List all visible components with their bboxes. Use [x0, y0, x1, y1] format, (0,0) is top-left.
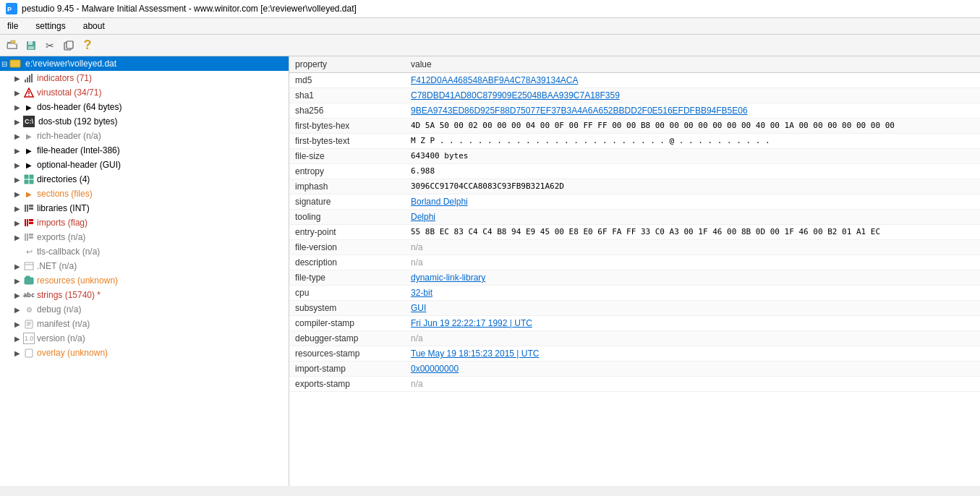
- tree-item-file-header[interactable]: ▶ file-header (Intel-386): [0, 143, 289, 158]
- arrow-virustotal: [14, 89, 23, 97]
- overlay-icon: [23, 347, 35, 359]
- prop-value[interactable]: dynamic-link-library: [405, 270, 980, 286]
- net-icon: [23, 260, 35, 272]
- tree-item-sections[interactable]: ▶ sections (files): [0, 187, 289, 201]
- arrow-indicators: [14, 74, 23, 82]
- prop-value[interactable]: F412D0AA468548ABF9A4C78A39134ACA: [405, 73, 980, 88]
- tree-item-libraries[interactable]: libraries (INT): [0, 201, 289, 215]
- prop-name: file-size: [289, 149, 405, 164]
- prop-value[interactable]: 9BEA9743ED86D925F88D75077EF37B3A4A6A652B…: [405, 103, 980, 119]
- menu-bar: file settings about: [0, 18, 980, 35]
- arrow-overlay: [14, 349, 23, 357]
- help-button[interactable]: ?: [80, 38, 95, 54]
- menu-settings[interactable]: settings: [31, 20, 69, 33]
- prop-name: first-bytes-hex: [289, 119, 405, 134]
- prop-name: exports-stamp: [289, 377, 405, 392]
- table-row: md5F412D0AA468548ABF9A4C78A39134ACA: [289, 73, 980, 88]
- tree-item-net[interactable]: .NET (n/a): [0, 259, 289, 273]
- svg-rect-27: [29, 208, 33, 210]
- manifest-label: manifest (n/a): [37, 319, 90, 329]
- tree-item-indicators[interactable]: indicators (71): [0, 71, 289, 85]
- tree-item-debug[interactable]: ⚙ debug (n/a): [0, 302, 289, 317]
- tree-item-imports[interactable]: imports (flag): [0, 215, 289, 230]
- prop-link[interactable]: C78DBD41AD80C879909E25048BAA939C7A18F359: [411, 90, 620, 101]
- tree-item-rich-header[interactable]: ▶ rich-header (n/a): [0, 129, 289, 143]
- svg-rect-33: [27, 234, 28, 241]
- prop-name: tooling: [289, 210, 405, 225]
- arrow-dos-header: [14, 103, 23, 111]
- tree-item-virustotal[interactable]: virustotal (34/71): [0, 85, 289, 100]
- table-row: imphash3096CC91704CCA8083C93FB9B321A62D: [289, 179, 980, 194]
- prop-value[interactable]: Tue May 19 18:15:23 2015 | UTC: [405, 346, 980, 362]
- prop-name: resources-stamp: [289, 346, 405, 362]
- toolbar: ✂ ?: [0, 35, 980, 56]
- prop-name: md5: [289, 73, 405, 88]
- svg-rect-30: [29, 219, 33, 221]
- menu-file[interactable]: file: [3, 20, 22, 33]
- prop-link[interactable]: Borland Delphi: [411, 197, 468, 207]
- table-row: sha1C78DBD41AD80C879909E25048BAA939C7A18…: [289, 88, 980, 103]
- prop-value[interactable]: C78DBD41AD80C879909E25048BAA939C7A18F359: [405, 88, 980, 103]
- prop-value[interactable]: Fri Jun 19 22:22:17 1992 | UTC: [405, 316, 980, 331]
- tree-item-exports[interactable]: exports (n/a): [0, 230, 289, 244]
- svg-rect-44: [25, 349, 33, 357]
- version-icon: 1.0: [23, 333, 35, 344]
- menu-about[interactable]: about: [79, 20, 109, 33]
- arrow-rich-header: [14, 132, 23, 140]
- svg-rect-14: [27, 77, 28, 82]
- prop-value: 3096CC91704CCA8083C93FB9B321A62D: [405, 179, 980, 194]
- open-button[interactable]: [4, 38, 20, 54]
- svg-rect-25: [27, 205, 28, 212]
- tree-item-resources[interactable]: resources (unknown): [0, 273, 289, 288]
- tree-item-dos-header[interactable]: ▶ dos-header (64 bytes): [0, 100, 289, 114]
- tree-root[interactable]: ⊟ e:\reviewer\volleyed.dat: [0, 56, 289, 71]
- tree-item-optional-header[interactable]: ▶ optional-header (GUI): [0, 158, 289, 172]
- prop-value[interactable]: GUI: [405, 301, 980, 316]
- prop-link[interactable]: 0x00000000: [411, 364, 459, 374]
- arrow-strings: [14, 291, 23, 299]
- svg-rect-21: [30, 175, 33, 179]
- debug-label: debug (n/a): [37, 304, 81, 315]
- tree-item-directories[interactable]: directories (4): [0, 172, 289, 187]
- svg-rect-29: [27, 219, 28, 226]
- exports-label: exports (n/a): [37, 232, 85, 242]
- tree-item-strings[interactable]: abc strings (15740) *: [0, 288, 289, 302]
- arrow-directories: [14, 176, 23, 184]
- tls-callback-label: tls-callback (n/a): [37, 247, 100, 257]
- table-row: import-stamp0x00000000: [289, 362, 980, 377]
- prop-link[interactable]: 9BEA9743ED86D925F88D75077EF37B3A4A6A652B…: [411, 106, 748, 116]
- copy-button[interactable]: [61, 38, 77, 54]
- directories-icon: [23, 174, 35, 185]
- prop-value[interactable]: Delphi: [405, 210, 980, 225]
- tree-item-dos-stub[interactable]: C:\ dos-stub (192 bytes): [0, 114, 289, 129]
- save-button[interactable]: [23, 38, 39, 54]
- prop-link[interactable]: dynamic-link-library: [411, 273, 485, 283]
- svg-rect-32: [25, 234, 26, 241]
- svg-rect-22: [25, 180, 28, 184]
- tree-item-version[interactable]: 1.0 version (n/a): [0, 331, 289, 346]
- prop-value[interactable]: 0x00000000: [405, 362, 980, 377]
- table-row: exports-stampn/a: [289, 377, 980, 392]
- tree-item-manifest[interactable]: manifest (n/a): [0, 317, 289, 331]
- tree-item-tls-callback[interactable]: ↩ tls-callback (n/a): [0, 244, 289, 259]
- prop-value: n/a: [405, 331, 980, 346]
- debug-icon: ⚙: [23, 304, 35, 315]
- svg-rect-34: [29, 234, 33, 236]
- prop-link[interactable]: Fri Jun 19 22:22:17 1992 | UTC: [411, 318, 532, 328]
- prop-value[interactable]: Borland Delphi: [405, 194, 980, 210]
- prop-value: n/a: [405, 377, 980, 392]
- tree-item-overlay[interactable]: overlay (unknown): [0, 346, 289, 360]
- properties-table: property value md5F412D0AA468548ABF9A4C7…: [289, 56, 980, 392]
- sections-label: sections (files): [37, 189, 93, 199]
- prop-value[interactable]: 32-bit: [405, 286, 980, 301]
- prop-link[interactable]: Tue May 19 18:15:23 2015 | UTC: [411, 349, 539, 359]
- prop-link[interactable]: Delphi: [411, 212, 435, 222]
- table-row: subsystemGUI: [289, 301, 980, 316]
- svg-rect-8: [28, 41, 33, 45]
- prop-link[interactable]: F412D0AA468548ABF9A4C78A39134ACA: [411, 75, 579, 85]
- prop-link[interactable]: GUI: [411, 303, 426, 313]
- prop-value: M Z P . . . . . . . . . . . . . . . . . …: [405, 134, 980, 149]
- prop-link[interactable]: 32-bit: [411, 288, 433, 298]
- cut-button[interactable]: ✂: [42, 38, 58, 54]
- virustotal-icon: [23, 87, 35, 98]
